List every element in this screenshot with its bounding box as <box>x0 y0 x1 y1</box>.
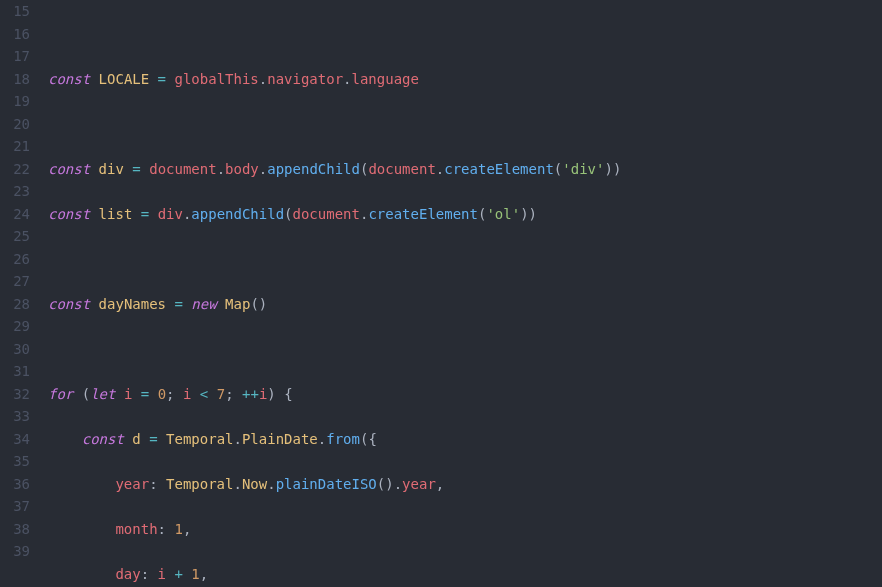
code-line[interactable]: const dayNames = new Map() <box>48 293 882 316</box>
code-line[interactable] <box>48 113 882 136</box>
line-number: 20 <box>0 113 40 136</box>
code-line[interactable]: const div = document.body.appendChild(do… <box>48 158 882 181</box>
line-number: 30 <box>0 338 40 361</box>
line-number: 23 <box>0 180 40 203</box>
code-line[interactable] <box>48 23 882 46</box>
line-number: 37 <box>0 495 40 518</box>
code-line[interactable]: const list = div.appendChild(document.cr… <box>48 203 882 226</box>
code-line[interactable] <box>48 248 882 271</box>
code-line[interactable]: day: i + 1, <box>48 563 882 586</box>
code-line[interactable]: const d = Temporal.PlainDate.from({ <box>48 428 882 451</box>
line-number: 21 <box>0 135 40 158</box>
line-number: 38 <box>0 518 40 541</box>
line-number: 35 <box>0 450 40 473</box>
line-number: 16 <box>0 23 40 46</box>
line-number: 36 <box>0 473 40 496</box>
line-number: 31 <box>0 360 40 383</box>
line-number: 28 <box>0 293 40 316</box>
line-number: 24 <box>0 203 40 226</box>
code-line[interactable]: year: Temporal.Now.plainDateISO().year, <box>48 473 882 496</box>
code-area[interactable]: const LOCALE = globalThis.navigator.lang… <box>40 0 882 587</box>
line-number: 32 <box>0 383 40 406</box>
line-number: 26 <box>0 248 40 271</box>
line-number: 22 <box>0 158 40 181</box>
line-number: 15 <box>0 0 40 23</box>
code-line[interactable]: const LOCALE = globalThis.navigator.lang… <box>48 68 882 91</box>
line-number: 19 <box>0 90 40 113</box>
line-number-gutter: 15 16 17 18 19 20 21 22 23 24 25 26 27 2… <box>0 0 40 587</box>
code-editor[interactable]: 15 16 17 18 19 20 21 22 23 24 25 26 27 2… <box>0 0 882 587</box>
code-line[interactable]: month: 1, <box>48 518 882 541</box>
line-number: 17 <box>0 45 40 68</box>
line-number: 29 <box>0 315 40 338</box>
line-number: 27 <box>0 270 40 293</box>
line-number: 33 <box>0 405 40 428</box>
code-line[interactable]: for (let i = 0; i < 7; ++i) { <box>48 383 882 406</box>
line-number: 34 <box>0 428 40 451</box>
line-number: 39 <box>0 540 40 563</box>
line-number: 25 <box>0 225 40 248</box>
line-number: 18 <box>0 68 40 91</box>
code-line[interactable] <box>48 338 882 361</box>
